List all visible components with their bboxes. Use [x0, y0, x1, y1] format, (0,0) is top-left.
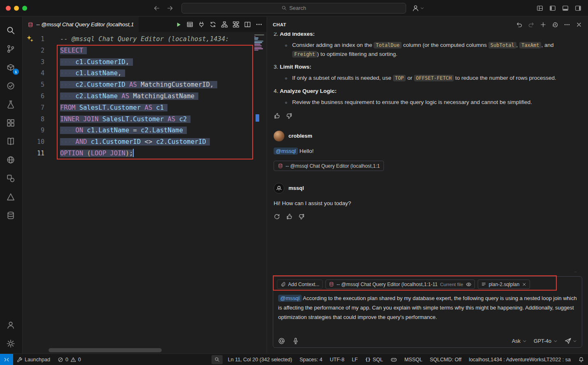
- copilot-item[interactable]: [387, 354, 401, 365]
- minimap[interactable]: [254, 35, 265, 51]
- activity-beaker[interactable]: [6, 100, 16, 110]
- eol-item[interactable]: LF: [348, 354, 362, 365]
- eye-icon[interactable]: [466, 282, 472, 287]
- scroll-to-bottom-button[interactable]: [569, 272, 581, 272]
- results-grid-button[interactable]: [186, 21, 193, 28]
- mic-button[interactable]: [292, 337, 299, 344]
- activity-source-control[interactable]: [6, 44, 16, 54]
- code-line[interactable]: OPTION (LOOP JOIN);: [60, 148, 229, 159]
- toggle-secondary-sidebar-icon[interactable]: [575, 5, 581, 12]
- minimize-window-button[interactable]: [14, 6, 19, 11]
- connection-button[interactable]: [198, 21, 205, 28]
- remote-indicator[interactable]: [0, 354, 13, 365]
- forward-icon[interactable]: [167, 5, 173, 12]
- add-context-button[interactable]: Add Context...: [277, 280, 323, 289]
- code-line[interactable]: FROM SalesLT.Customer AS c1: [60, 102, 229, 114]
- activity-extensions[interactable]: [6, 118, 16, 128]
- send-button[interactable]: [565, 337, 577, 344]
- chat-input-text[interactable]: @mssql According to the execution plan s…: [277, 293, 578, 337]
- mssql-item[interactable]: MSSQL: [401, 354, 426, 365]
- encoding-item[interactable]: UTF-8: [326, 354, 348, 365]
- cursor-position-item[interactable]: Ln 11, Col 20 (342 selected): [224, 354, 296, 365]
- indentation-item[interactable]: Spaces: 4: [296, 354, 326, 365]
- problems-item[interactable]: 0 0: [54, 354, 85, 365]
- remove-context-icon[interactable]: [522, 282, 527, 287]
- inline-code-chip: TaxAmt: [519, 42, 541, 49]
- launchpad-item[interactable]: Launchpad: [13, 354, 54, 365]
- message-attachment[interactable]: -- @mssql Chat Query Editor (localhost,1…: [274, 161, 384, 171]
- notifications-item[interactable]: [574, 354, 588, 365]
- maximize-window-button[interactable]: [22, 6, 27, 11]
- code-line[interactable]: ····c2.CustomerID AS MatchingCustomerID,: [60, 79, 229, 91]
- thumbs-up-icon[interactable]: [286, 213, 293, 220]
- toggle-panel-icon[interactable]: [562, 5, 569, 12]
- profile-button[interactable]: [412, 5, 424, 12]
- context-file-chip[interactable]: -- @mssql Chat Query Editor (localhost,1…: [325, 280, 475, 289]
- horizontal-scrollbar[interactable]: [49, 348, 267, 352]
- thumbs-down-icon[interactable]: [286, 113, 293, 119]
- connection-item[interactable]: localhost,1434 : AdventureWorksLT2022 : …: [465, 354, 574, 365]
- activity-objects[interactable]: [6, 174, 16, 184]
- close-chat-button[interactable]: [576, 21, 582, 28]
- minimap-line: [254, 39, 258, 40]
- new-chat-button[interactable]: [540, 21, 546, 28]
- code-line[interactable]: SELECT: [60, 45, 229, 57]
- activity-azure[interactable]: [6, 192, 16, 202]
- sqlcmd-item[interactable]: SQLCMD: Off: [426, 354, 465, 365]
- customize-layout-icon[interactable]: [537, 5, 543, 12]
- mention-chip[interactable]: @mssql: [274, 148, 298, 155]
- code-line[interactable]: ····c1.CustomerID,: [60, 57, 229, 68]
- editor-tab[interactable]: -- @mssql Chat Query Editor (localhost,1: [23, 17, 139, 32]
- code-line[interactable]: ····AND c1.CustomerID <> c2.CustomerID: [60, 136, 229, 148]
- split-editor-button[interactable]: [244, 21, 251, 28]
- code-line[interactable]: INNER JOIN SalesLT.Customer AS c2: [60, 114, 229, 125]
- history-nav: [153, 5, 173, 12]
- plan-file-icon: [481, 282, 486, 287]
- mode-picker[interactable]: Ask: [512, 338, 527, 344]
- redo-icon[interactable]: [528, 21, 535, 28]
- chat-input-container[interactable]: Add Context... -- @mssql Chat Query Edit…: [273, 276, 582, 348]
- activity-search[interactable]: [6, 26, 16, 36]
- chat-more-button[interactable]: [564, 21, 570, 28]
- model-label: GPT-4o: [534, 338, 551, 344]
- zoom-item[interactable]: [211, 355, 223, 364]
- code-content[interactable]: -- @mssql Chat Query Editor (localhost,1…: [60, 34, 229, 159]
- activity-database[interactable]: [6, 211, 16, 221]
- activity-testing[interactable]: [6, 81, 16, 91]
- schema-designer-button[interactable]: [221, 21, 228, 28]
- command-center-search[interactable]: Search: [181, 3, 406, 14]
- history-icon[interactable]: [552, 21, 558, 28]
- undo-icon[interactable]: [516, 21, 523, 28]
- thumbs-up-icon[interactable]: [274, 113, 280, 119]
- regenerate-icon[interactable]: [274, 213, 280, 220]
- activity-remote-explorer[interactable]: 1: [6, 63, 16, 73]
- model-picker[interactable]: GPT-4o: [534, 338, 558, 344]
- change-connection-button[interactable]: [209, 21, 216, 28]
- more-actions-button[interactable]: [256, 21, 263, 28]
- code-line[interactable]: ····c1.LastName,: [60, 68, 229, 79]
- line-number: 8: [23, 114, 49, 125]
- mention-button[interactable]: [278, 337, 285, 344]
- back-icon[interactable]: [153, 5, 160, 12]
- code-line[interactable]: ····c2.LastName AS MatchingLastName: [60, 91, 229, 102]
- code-line[interactable]: -- @mssql Chat Query Editor (localhost,1…: [60, 34, 229, 45]
- user-message-header: croblesm: [274, 131, 581, 141]
- code-editor[interactable]: 1234567891011 -- @mssql Chat Query Edito…: [23, 32, 267, 353]
- activity-notebook[interactable]: [6, 137, 16, 147]
- user-name: croblesm: [288, 132, 312, 141]
- chevron-down-icon: [553, 339, 558, 343]
- line-number: 4: [23, 68, 49, 79]
- settings-button[interactable]: [6, 339, 16, 349]
- toggle-sidebar-icon[interactable]: [549, 5, 556, 12]
- activity-github[interactable]: [6, 155, 16, 165]
- query-plan-button[interactable]: [232, 21, 239, 28]
- language-item[interactable]: {} SQL: [361, 354, 386, 365]
- thumbs-down-icon[interactable]: [298, 213, 305, 220]
- scrollbar-thumb[interactable]: [49, 348, 162, 352]
- context-plan-chip[interactable]: plan-2.sqlplan: [478, 280, 530, 289]
- close-window-button[interactable]: [6, 6, 11, 11]
- mention-chip[interactable]: @mssql: [278, 295, 302, 302]
- accounts-button[interactable]: [6, 321, 16, 330]
- code-line[interactable]: ····ON c1.LastName = c2.LastName: [60, 125, 229, 136]
- run-query-button[interactable]: [175, 21, 182, 28]
